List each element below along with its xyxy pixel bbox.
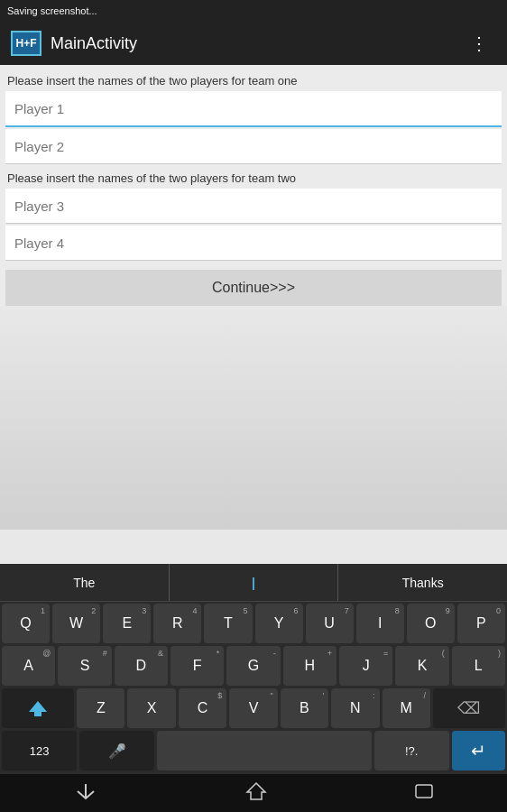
team-one-label: Please insert the names of the two playe…	[5, 74, 502, 88]
suggestion-right[interactable]: Thanks	[338, 564, 507, 601]
enter-icon: ↵	[471, 740, 486, 761]
key-j[interactable]: =J	[339, 646, 392, 686]
svg-rect-2	[416, 785, 432, 798]
key-row-4: 123 🎤 !?. ↵	[2, 731, 505, 770]
suggestion-middle[interactable]: |	[169, 564, 339, 601]
key-b[interactable]: 'B	[281, 688, 328, 728]
key-row-2: @A #S &D *F -G +H =J (K )L	[2, 646, 505, 686]
svg-marker-1	[247, 783, 265, 799]
home-button[interactable]	[227, 774, 285, 813]
key-m[interactable]: /M	[383, 688, 430, 728]
player4-container	[5, 226, 502, 261]
key-q[interactable]: 1Q	[2, 604, 50, 643]
key-a[interactable]: @A	[2, 646, 55, 686]
key-e[interactable]: 3E	[103, 604, 151, 643]
shift-icon	[28, 699, 48, 717]
key-x[interactable]: X	[127, 688, 175, 728]
player1-input[interactable]	[5, 91, 502, 125]
key-k[interactable]: (K	[395, 646, 448, 686]
key-d[interactable]: &D	[115, 646, 168, 686]
key-i[interactable]: 8I	[356, 604, 404, 643]
suggestion-left[interactable]: The	[0, 564, 169, 601]
recent-button[interactable]	[396, 776, 452, 811]
back-button[interactable]	[55, 775, 116, 812]
player3-input[interactable]	[5, 189, 502, 223]
overflow-menu-icon[interactable]: ⋮	[463, 29, 496, 58]
key-o[interactable]: 9O	[407, 604, 455, 643]
key-c[interactable]: $C	[179, 688, 226, 728]
backspace-icon: ⌫	[457, 698, 480, 718]
suggestions-bar: The | Thanks	[0, 564, 507, 602]
key-l[interactable]: )L	[452, 646, 505, 686]
player3-container	[5, 189, 502, 224]
key-n[interactable]: :N	[331, 688, 379, 728]
player1-container	[5, 91, 502, 127]
enter-key[interactable]: ↵	[452, 731, 505, 770]
empty-space	[0, 306, 507, 530]
player2-container	[5, 129, 502, 164]
app-logo: H+F	[11, 31, 41, 56]
key-s[interactable]: #S	[58, 646, 111, 686]
key-h[interactable]: +H	[283, 646, 336, 686]
player2-input[interactable]	[5, 129, 502, 163]
mic-icon: 🎤	[108, 743, 126, 760]
key-g[interactable]: -G	[226, 646, 280, 686]
mic-key[interactable]: 🎤	[79, 731, 154, 770]
status-bar: Saving screenshot...	[0, 0, 507, 22]
keyboard-keys: 1Q 2W 3E 4R 5T 6Y 7U 8I 9O 0P @A #S &D *…	[0, 602, 507, 770]
punct-key[interactable]: !?.	[374, 731, 449, 770]
logo-text: H+F	[15, 37, 36, 50]
svg-marker-0	[29, 701, 47, 716]
key-u[interactable]: 7U	[306, 604, 354, 643]
key-t[interactable]: 5T	[204, 604, 252, 643]
key-p[interactable]: 0P	[457, 604, 505, 643]
key-z[interactable]: Z	[77, 688, 124, 728]
shift-key[interactable]	[2, 688, 74, 728]
main-content: Please insert the names of the two playe…	[0, 65, 507, 306]
key-r[interactable]: 4R	[153, 604, 201, 643]
continue-button[interactable]: Continue>>>	[5, 270, 502, 306]
nav-bar	[0, 774, 507, 812]
space-key[interactable]	[157, 731, 371, 770]
key-v[interactable]: "V	[229, 688, 277, 728]
num-switch-key[interactable]: 123	[2, 731, 77, 770]
team-two-label: Please insert the names of the two playe…	[5, 171, 502, 185]
status-text: Saving screenshot...	[7, 5, 97, 16]
keyboard: The | Thanks 1Q 2W 3E 4R 5T 6Y 7U 8I 9O …	[0, 564, 507, 812]
key-f[interactable]: *F	[171, 646, 224, 686]
app-title: MainActivity	[51, 34, 463, 53]
key-y[interactable]: 6Y	[255, 604, 303, 643]
player4-input[interactable]	[5, 226, 502, 260]
app-bar: H+F MainActivity ⋮	[0, 22, 507, 65]
key-row-3: Z X $C "V 'B :N /M ⌫	[2, 688, 505, 728]
backspace-key[interactable]: ⌫	[433, 688, 505, 728]
key-w[interactable]: 2W	[52, 604, 100, 643]
key-row-1: 1Q 2W 3E 4R 5T 6Y 7U 8I 9O 0P	[2, 604, 505, 643]
